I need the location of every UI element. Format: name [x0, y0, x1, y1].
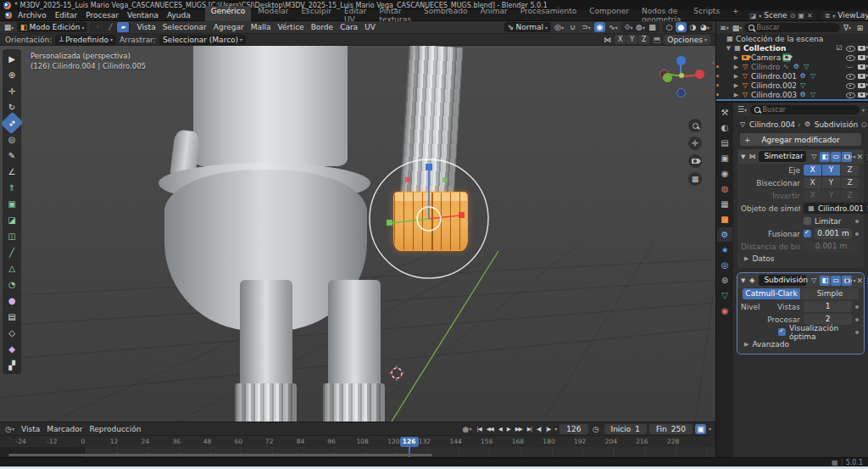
tool-knife[interactable]: ╱ — [3, 244, 20, 260]
tool-extrude-region[interactable]: ⇑ — [3, 180, 20, 195]
eye-icon[interactable] — [846, 72, 855, 80]
optimal-display-checkbox[interactable] — [778, 328, 786, 336]
render-visibility-icon[interactable] — [858, 74, 865, 79]
gizmo-x-axis[interactable] — [695, 70, 704, 79]
transform-orientation-dropdown[interactable]: ⇘ Normal▾ — [504, 22, 551, 32]
viewport-menu-v-rtice[interactable]: Vértice — [274, 23, 307, 31]
viewport-menu-uv[interactable]: UV — [361, 23, 379, 31]
proportional-editing-icon[interactable]: ◉ — [594, 22, 605, 32]
bisect-distance-field[interactable]: 0.001 m — [804, 241, 859, 252]
eye-icon[interactable] — [846, 44, 855, 52]
properties-tab-modifiers[interactable]: ⚙ — [717, 227, 732, 242]
timeline-menu-reproducci-n[interactable]: Reproducción — [86, 425, 144, 433]
expand-arrow-icon[interactable]: ▶ — [733, 82, 739, 89]
rendered-shading-icon[interactable]: ◕▾ — [699, 22, 710, 32]
next-keyframe-button[interactable]: ▶▶ — [514, 425, 524, 433]
axis-y-toggle[interactable]: Y — [822, 165, 840, 176]
playback-sync-button[interactable]: ▣ — [695, 424, 706, 434]
prev-keyframe-button[interactable]: ◀◀ — [485, 425, 495, 433]
mirror-object-field[interactable]: ▦ Cilindro.001 ✕ — [804, 203, 868, 214]
modifier-name-field[interactable]: Subdivisión — [759, 275, 806, 286]
wireframe-shading-icon[interactable]: ○ — [664, 22, 675, 32]
live-unwrap-icon[interactable]: ⬒ — [651, 35, 662, 45]
properties-tab-tool[interactable]: ⚒ — [717, 105, 732, 120]
eye-icon[interactable] — [846, 81, 855, 89]
render-visibility-icon[interactable] — [858, 64, 865, 70]
mirror-axis-y-button[interactable]: Y — [626, 35, 637, 44]
clipping-checkbox[interactable] — [804, 217, 811, 225]
show-in-editmode-toggle[interactable]: ◧ — [820, 276, 830, 286]
outliner-search-input[interactable] — [757, 24, 836, 31]
properties-tab-data[interactable]: ▽ — [717, 288, 732, 303]
show-gizmo-dropdown[interactable]: ⟐▾ — [623, 22, 634, 32]
timeline-menu-marcador[interactable]: Marcador — [43, 425, 86, 433]
animate-dot-icon[interactable] — [855, 232, 859, 236]
properties-tab-scene[interactable]: ◉ — [717, 166, 732, 181]
show-realtime-toggle[interactable]: ▭ — [831, 276, 841, 286]
app-menu-icon[interactable] — [5, 12, 12, 19]
properties-tab-material[interactable]: ◉ — [717, 304, 732, 318]
timeline-menu-vista[interactable]: Vista — [18, 425, 43, 433]
options-dropdown[interactable]: Opciones▾ — [664, 35, 710, 45]
expand-arrow-icon[interactable]: ▶ — [733, 92, 739, 98]
eye-icon[interactable] — [846, 91, 855, 98]
mirror-axis-z-button[interactable]: Z — [638, 35, 649, 44]
expand-icon[interactable]: ▼ — [741, 154, 745, 160]
play-button[interactable]: ▶ — [505, 425, 512, 433]
render-visibility-icon[interactable] — [858, 55, 865, 60]
viewport-menu-borde[interactable]: Borde — [308, 23, 337, 31]
tool-move[interactable]: ✛ — [3, 83, 20, 98]
properties-tab-render[interactable]: ◐ — [717, 120, 732, 135]
tool-bevel[interactable]: ◪ — [3, 212, 20, 227]
expand-icon[interactable]: ▼ — [741, 277, 745, 284]
viewport-menu-cara[interactable]: Cara — [337, 23, 361, 31]
outliner-row-camera[interactable]: ▶Camera — [716, 53, 868, 62]
solid-shading-icon[interactable]: ● — [676, 22, 687, 32]
tool-select-box[interactable]: ▶ — [3, 51, 20, 66]
delete-modifier-icon[interactable]: ✕ — [856, 276, 863, 285]
camera-view-button[interactable] — [688, 154, 702, 168]
outliner-row-colecci-n-de-la-escena[interactable]: ▦Colección de la escena — [716, 34, 868, 43]
tool-spin[interactable]: ◔ — [3, 276, 20, 292]
properties-tab-view-layer[interactable]: ▣ — [717, 151, 732, 165]
show-overlays-dropdown[interactable]: ◍▾ — [635, 22, 646, 32]
play-reverse-button[interactable]: ◀ — [497, 425, 504, 433]
viewport-menu-seleccionar[interactable]: Seleccionar — [159, 23, 210, 31]
tool-inset-faces[interactable]: ▣ — [3, 196, 20, 211]
outliner-search[interactable] — [744, 23, 840, 32]
axis-x-toggle[interactable]: X — [804, 177, 821, 188]
outliner-collection-icon[interactable]: ▦▾ — [732, 23, 743, 33]
menu-ayuda[interactable]: Ayuda — [163, 10, 195, 20]
jump-end-button[interactable]: ▶| — [526, 425, 533, 433]
expand-arrow-icon[interactable]: ▶ — [733, 64, 739, 70]
animate-dot-icon[interactable] — [855, 318, 859, 321]
modifier-extras-dropdown[interactable]: ▾ — [853, 154, 855, 159]
breadcrumb-modifier[interactable]: Subdivisión — [815, 120, 859, 129]
outliner-row-cilindro[interactable]: ▶▽Cilindro∿⚙▽ — [716, 62, 868, 71]
material-shading-icon[interactable]: ◑ — [687, 22, 698, 32]
tool-annotate[interactable]: ✎ — [3, 148, 20, 163]
expand-arrow-icon[interactable]: ▶ — [733, 54, 739, 61]
pan-button[interactable]: ✛ — [688, 137, 702, 150]
axis-z-toggle[interactable]: Z — [841, 165, 859, 176]
show-in-editmode-toggle[interactable]: ◧ — [820, 152, 830, 162]
animate-dot-icon[interactable] — [855, 331, 859, 334]
new-scene-icon[interactable]: ▣ — [798, 12, 804, 20]
current-frame-indicator[interactable]: 126 — [400, 437, 419, 447]
orientation-preset-dropdown[interactable]: ⟂ Predefinido▾ — [55, 35, 116, 45]
outliner-row-cilindro-004[interactable]: ▶▽Cilindro.004⚙▽ — [716, 99, 868, 101]
drag-mode-dropdown[interactable]: Seleccionar (Marco)▾ — [159, 35, 246, 45]
navigation-gizmo[interactable] — [658, 53, 705, 100]
sidebar-collapse-arrow[interactable]: ‹ — [712, 59, 715, 67]
pivot-point-dropdown[interactable]: ◎▾ — [554, 22, 565, 32]
tool-rip-region[interactable]: ▞ — [3, 357, 20, 372]
zoom-button[interactable] — [688, 119, 702, 132]
gizmo-z-neg-axis[interactable] — [676, 88, 686, 98]
viewlayer-browse-icon[interactable]: ≣ — [825, 12, 831, 20]
data-subpanel-header[interactable]: ▶ Datos — [737, 253, 864, 265]
viewport-menu-vista[interactable]: Vista — [133, 23, 159, 31]
frame-start-field[interactable]: Inicio1 — [604, 424, 648, 434]
xray-toggle-icon[interactable]: ▩ — [647, 22, 658, 32]
tool-loop-cut[interactable]: ◫ — [3, 228, 20, 243]
menu-editar[interactable]: Editar — [51, 10, 82, 20]
